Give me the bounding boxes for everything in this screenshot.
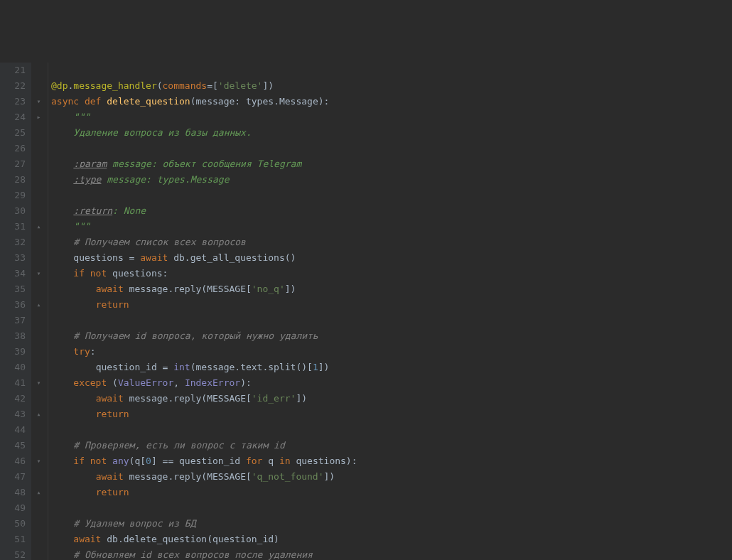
token-op: db.delete_question(question_id) [107, 534, 279, 544]
code-editor[interactable]: 2122232425262728293031323334353637383940… [0, 63, 732, 560]
code-line[interactable] [51, 422, 732, 438]
line-number: 36 [0, 297, 26, 313]
code-line[interactable]: Удаление вопроса из базы данных. [51, 125, 732, 141]
token-str: 'id_err' [252, 393, 296, 404]
line-number: 45 [0, 438, 26, 453]
code-line[interactable]: # Удаляем вопрос из БД [51, 516, 732, 532]
code-line[interactable]: question_id = int(message.text.split()[1… [51, 360, 732, 375]
code-line[interactable] [51, 313, 732, 328]
token-docq: message: объект сообщения Telegram [107, 158, 301, 169]
code-line[interactable]: try: [51, 344, 732, 360]
token-kw: commands [163, 80, 208, 91]
code-line[interactable]: """ [51, 109, 732, 125]
code-line[interactable] [51, 63, 732, 78]
line-number: 44 [0, 422, 26, 438]
token-doctag: :param [73, 158, 107, 169]
fold-toggle-icon[interactable]: ▾ [34, 378, 43, 387]
token-kw: await [73, 534, 107, 544]
token-builtin: int [173, 362, 190, 372]
token-docq: : None [112, 205, 146, 216]
code-line[interactable] [51, 188, 732, 203]
fold-toggle-icon[interactable]: ▾ [34, 269, 43, 278]
fold-toggle-icon[interactable]: ▾ [34, 456, 43, 465]
token-kw: await [140, 252, 173, 263]
line-number: 39 [0, 344, 26, 360]
line-number: 49 [0, 500, 26, 516]
fold-toggle-icon[interactable]: ▴ [34, 222, 43, 231]
line-number: 24 [0, 109, 26, 125]
token-op: question_id = [96, 362, 174, 372]
fold-toggle-icon[interactable]: ▾ [34, 97, 43, 106]
line-number: 41 [0, 375, 26, 391]
code-line[interactable]: # Получаем id вопроса, который нужно уда… [51, 328, 732, 344]
fold-toggle-icon[interactable]: ▴ [34, 300, 43, 309]
line-number: 35 [0, 281, 26, 297]
code-line[interactable]: if not any(q[0] == question_id for q in … [51, 453, 732, 469]
token-op: ( [157, 80, 163, 91]
token-comment: # Удаляем вопрос из БД [73, 518, 195, 529]
code-line[interactable]: except (ValueError, IndexError): [51, 375, 732, 391]
line-number: 50 [0, 516, 26, 532]
code-line[interactable]: await db.delete_question(question_id) [51, 532, 732, 547]
code-line[interactable]: async def delete_question(message: types… [51, 94, 732, 109]
token-op: ( [190, 96, 196, 107]
code-line[interactable] [51, 141, 732, 156]
line-number: 25 [0, 125, 26, 141]
code-line[interactable]: questions = await db.get_all_questions() [51, 250, 732, 266]
token-docq: Удаление вопроса из базы данных. [73, 127, 251, 138]
token-comment: # Обновляем id всех вопросов после удале… [73, 549, 313, 560]
fold-toggle-icon[interactable]: ▸ [34, 112, 43, 122]
token-kw: return [96, 487, 129, 497]
line-number: 23 [0, 94, 26, 109]
token-op: ]) [296, 393, 307, 404]
token-doctag: :type [73, 174, 101, 185]
token-op: (q[ [129, 456, 146, 466]
line-number: 30 [0, 203, 26, 219]
line-number: 52 [0, 547, 26, 560]
code-line[interactable] [51, 500, 732, 516]
token-param: message [196, 96, 235, 107]
code-line[interactable]: # Проверяем, есть ли вопрос с таким id [51, 438, 732, 453]
token-kw: if not [73, 268, 112, 279]
fold-toggle-icon[interactable]: ▴ [34, 488, 43, 497]
token-kw: await [96, 393, 129, 404]
line-number: 37 [0, 313, 26, 328]
line-number: 51 [0, 532, 26, 547]
code-line[interactable]: :return: None [51, 203, 732, 219]
code-area[interactable]: @dp.message_handler(commands=['delete'])… [48, 63, 732, 560]
token-kw: if not [73, 456, 112, 466]
token-num: 0 [146, 456, 151, 466]
line-number: 21 [0, 63, 26, 78]
line-number: 31 [0, 219, 26, 235]
token-kw: async def [51, 96, 107, 107]
token-op: : types.Message): [235, 96, 329, 107]
token-op: message.reply(MESSAGE[ [129, 284, 252, 294]
token-doctag: :return [73, 205, 112, 216]
code-line[interactable]: return [51, 297, 732, 313]
token-num: 1 [313, 362, 318, 372]
token-kw: try [73, 346, 90, 357]
code-line[interactable]: # Обновляем id всех вопросов после удале… [51, 547, 732, 560]
code-line[interactable]: await message.reply(MESSAGE['no_q']) [51, 281, 732, 297]
code-line[interactable]: await message.reply(MESSAGE['q_not_found… [51, 469, 732, 485]
code-line[interactable]: return [51, 406, 732, 422]
code-line[interactable]: await message.reply(MESSAGE['id_err']) [51, 391, 732, 406]
line-number: 46 [0, 453, 26, 469]
code-line[interactable]: @dp.message_handler(commands=['delete']) [51, 78, 732, 94]
token-op: =[ [207, 80, 218, 91]
code-line[interactable]: return [51, 485, 732, 500]
code-line[interactable]: :type message: types.Message [51, 172, 732, 188]
fold-column[interactable]: ▾▸▴▾▴▾▴▾▴▾ [31, 63, 48, 560]
code-line[interactable]: if not questions: [51, 266, 732, 281]
code-line[interactable]: :param message: объект сообщения Telegra… [51, 156, 732, 172]
line-number: 38 [0, 328, 26, 344]
code-line[interactable]: # Получаем список всех вопросов [51, 235, 732, 250]
fold-toggle-icon[interactable]: ▴ [34, 409, 43, 419]
token-decorator: message_handler [73, 80, 156, 91]
token-kw: except [73, 377, 112, 388]
token-str: 'no_q' [252, 284, 285, 294]
line-number: 34 [0, 266, 26, 281]
token-op: ): [240, 377, 252, 388]
line-number: 48 [0, 485, 26, 500]
code-line[interactable]: """ [51, 219, 732, 235]
